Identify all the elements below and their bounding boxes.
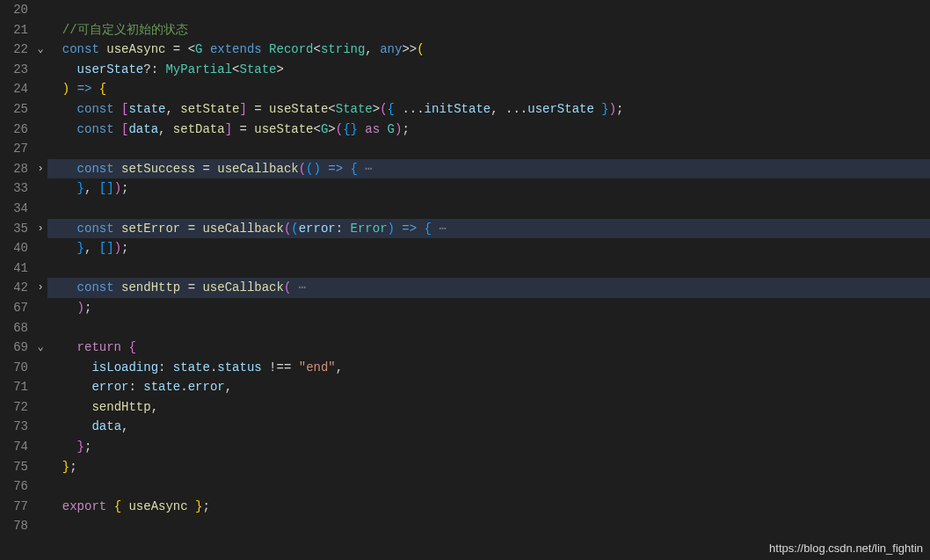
code-content[interactable]: export { useAsync }; [47, 497, 930, 517]
line-number: 70 [0, 358, 33, 378]
line-number: 40 [0, 238, 33, 258]
line-number: 41 [0, 258, 33, 279]
code-line[interactable]: 25 const [state, setState] = useState<St… [0, 99, 930, 120]
code-content[interactable]: const setSuccess = useCallback(() => { ⋯ [47, 159, 930, 179]
code-line[interactable]: 24 ) => { [0, 79, 930, 99]
line-number: 23 [0, 60, 33, 80]
code-content[interactable]: }, []); [47, 238, 930, 258]
code-line[interactable]: 72 sendHttp, [0, 397, 930, 418]
code-line[interactable]: 40 }, []); [0, 238, 930, 258]
code-content[interactable]: //可自定义初始的状态 [47, 20, 930, 40]
code-line[interactable]: 69⌄ return { [0, 338, 930, 358]
code-content[interactable]: error: state.error, [47, 377, 930, 397]
line-number: 76 [0, 476, 33, 497]
code-line[interactable]: 75 }; [0, 457, 930, 477]
code-content[interactable]: const setError = useCallback((error: Err… [47, 219, 930, 239]
code-line[interactable]: 21 //可自定义初始的状态 [0, 20, 930, 40]
chevron-right-icon[interactable]: › [33, 219, 47, 239]
code-content[interactable]: const useAsync = <G extends Record<strin… [47, 40, 930, 60]
line-number: 69 [0, 338, 33, 358]
line-number: 34 [0, 199, 33, 219]
code-line[interactable]: 42› const sendHttp = useCallback( ⋯ [0, 278, 930, 298]
code-content[interactable]: isLoading: state.status !== "end", [47, 358, 930, 378]
code-content[interactable]: return { [47, 338, 930, 358]
code-line[interactable]: 74 }; [0, 437, 930, 457]
code-line[interactable]: 41 [0, 258, 930, 279]
chevron-down-icon[interactable]: ⌄ [33, 40, 47, 60]
code-content[interactable]: sendHttp, [47, 397, 930, 418]
line-number: 71 [0, 377, 33, 397]
line-number: 33 [0, 178, 33, 199]
line-number: 67 [0, 298, 33, 318]
code-line[interactable]: 67 ); [0, 298, 930, 318]
code-content[interactable]: userState?: MyPartial<State> [47, 60, 930, 80]
code-line[interactable]: 28› const setSuccess = useCallback(() =>… [0, 159, 930, 179]
code-content[interactable]: ) => { [47, 79, 930, 99]
line-number: 74 [0, 437, 33, 457]
line-number: 25 [0, 99, 33, 120]
code-content[interactable]: }; [47, 457, 930, 477]
line-number: 72 [0, 397, 33, 418]
chevron-down-icon[interactable]: ⌄ [33, 338, 47, 358]
code-line[interactable]: 20 [0, 0, 930, 20]
line-number: 75 [0, 457, 33, 477]
code-content[interactable]: const sendHttp = useCallback( ⋯ [47, 278, 930, 298]
line-number: 21 [0, 20, 33, 40]
code-content[interactable]: data, [47, 417, 930, 437]
code-line[interactable]: 23 userState?: MyPartial<State> [0, 60, 930, 80]
code-content[interactable]: const [data, setData] = useState<G>({} a… [47, 120, 930, 140]
code-line[interactable]: 73 data, [0, 417, 930, 437]
line-number: 27 [0, 139, 33, 159]
code-line[interactable]: 77 export { useAsync }; [0, 497, 930, 517]
chevron-right-icon[interactable]: › [33, 278, 47, 298]
line-number: 42 [0, 278, 33, 298]
line-number: 24 [0, 79, 33, 99]
code-line[interactable]: 76 [0, 476, 930, 497]
line-number: 77 [0, 497, 33, 517]
code-editor[interactable]: 2021 //可自定义初始的状态22⌄ const useAsync = <G … [0, 0, 930, 560]
code-line[interactable]: 35› const setError = useCallback((error:… [0, 219, 930, 239]
code-line[interactable]: 33 }, []); [0, 178, 930, 199]
line-number: 22 [0, 40, 33, 60]
code-line[interactable]: 71 error: state.error, [0, 377, 930, 397]
line-number: 28 [0, 159, 33, 179]
line-number: 73 [0, 417, 33, 437]
code-content[interactable]: ); [47, 298, 930, 318]
code-line[interactable]: 78 [0, 516, 930, 536]
code-content[interactable]: }, []); [47, 178, 930, 199]
line-number: 20 [0, 0, 33, 20]
line-number: 68 [0, 318, 33, 338]
code-line[interactable]: 34 [0, 199, 930, 219]
watermark-text: https://blog.csdn.net/lin_fightin [769, 542, 923, 555]
code-line[interactable]: 22⌄ const useAsync = <G extends Record<s… [0, 40, 930, 60]
chevron-right-icon[interactable]: › [33, 159, 47, 179]
code-content[interactable]: }; [47, 437, 930, 457]
code-line[interactable]: 68 [0, 318, 930, 338]
code-line[interactable]: 70 isLoading: state.status !== "end", [0, 358, 930, 378]
code-content[interactable]: const [state, setState] = useState<State… [47, 99, 930, 120]
line-number: 35 [0, 219, 33, 239]
line-number: 26 [0, 120, 33, 140]
code-line[interactable]: 26 const [data, setData] = useState<G>({… [0, 120, 930, 140]
line-number: 78 [0, 516, 33, 536]
code-line[interactable]: 27 [0, 139, 930, 159]
